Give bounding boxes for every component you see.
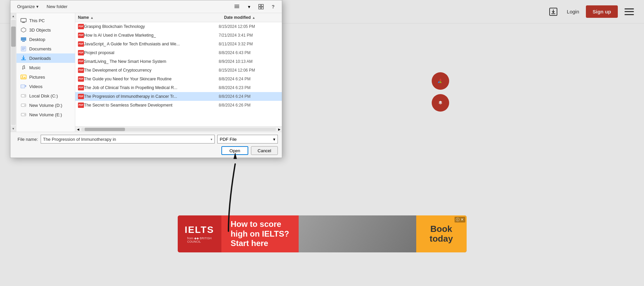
cancel-button[interactable]: Cancel bbox=[251, 146, 278, 155]
file-row[interactable]: PDFThe Secret to Seamless Software Devel… bbox=[75, 101, 282, 110]
file-name: The Job of Clinical Trials in Propelling… bbox=[84, 85, 219, 90]
ad-from-text: from ◆◆ BRITISHCOUNCIL bbox=[187, 237, 212, 243]
sidebar-item-pictures[interactable]: Pictures bbox=[16, 72, 75, 82]
file-date: 8/15/2024 12:05 PM bbox=[219, 24, 279, 29]
sidebar-scroll-area: ▲ ▼ This PC 3D Objects bbox=[10, 13, 75, 132]
file-row[interactable]: PDFProject proposal8/8/2024 6:43 PM bbox=[75, 48, 282, 57]
ad-photo-placeholder bbox=[299, 215, 416, 252]
horizontal-scrollbar: ◀ ▶ bbox=[75, 126, 282, 132]
file-date: 7/21/2024 3:41 PM bbox=[219, 33, 279, 38]
file-row[interactable]: PDFThe Job of Clinical Trials in Propell… bbox=[75, 83, 282, 92]
file-name: Project proposal bbox=[84, 50, 219, 55]
svg-rect-5 bbox=[259, 4, 261, 6]
svg-point-18 bbox=[22, 68, 24, 70]
view-dropdown-icon[interactable]: ▾ bbox=[244, 2, 254, 11]
pdf-icon: PDF bbox=[78, 94, 84, 99]
file-row[interactable]: PDFHow Is AI Used in Creative Marketing_… bbox=[75, 31, 282, 40]
h-scroll-right-arrow[interactable]: ▶ bbox=[276, 127, 282, 132]
sidebar-label-downloads: Downloads bbox=[29, 56, 51, 61]
svg-rect-22 bbox=[21, 85, 25, 88]
pdf-icon: PDF bbox=[78, 50, 84, 55]
file-date: 8/15/2024 12:06 PM bbox=[219, 68, 279, 73]
open-button[interactable]: Open bbox=[221, 146, 248, 155]
view-grid-icon[interactable] bbox=[256, 2, 266, 11]
sidebar-label-music: Music bbox=[29, 65, 41, 70]
ad-brand-section: IELTS from ◆◆ BRITISHCOUNCIL bbox=[178, 215, 221, 252]
svg-rect-9 bbox=[21, 18, 26, 22]
file-date: 8/8/2024 6:43 PM bbox=[219, 50, 279, 55]
col-name-label: Name bbox=[78, 15, 89, 20]
h-scroll-left-arrow[interactable]: ◀ bbox=[75, 127, 81, 132]
svg-point-19 bbox=[24, 68, 25, 69]
pdf-icon: PDF bbox=[78, 76, 84, 82]
filename-input[interactable]: The Progression of Immunotherapy in ▾ bbox=[41, 135, 215, 144]
dialog-body: ▲ ▼ This PC 3D Objects bbox=[10, 13, 282, 132]
scrollbar-thumb[interactable] bbox=[11, 27, 16, 47]
svg-point-31 bbox=[25, 114, 26, 115]
col-header-date[interactable]: Date modified ▲ bbox=[221, 14, 282, 21]
svg-point-21 bbox=[22, 76, 23, 77]
svg-marker-11 bbox=[21, 28, 26, 32]
file-date: 8/8/2024 6:24 PM bbox=[219, 77, 279, 81]
view-list-icon[interactable] bbox=[232, 2, 242, 11]
sidebar-item-3d-objects[interactable]: 3D Objects bbox=[16, 25, 75, 35]
filename-value: The Progression of Immunotherapy in bbox=[43, 137, 211, 142]
sidebar-item-new-volume-e[interactable]: New Volume (E:) bbox=[16, 110, 75, 119]
sidebar-item-desktop[interactable]: Desktop bbox=[16, 35, 75, 44]
sidebar-item-new-volume-d[interactable]: New Volume (D:) bbox=[16, 100, 75, 110]
help-icon[interactable]: ? bbox=[268, 2, 278, 11]
ad-close-button[interactable]: ⓘ ✕ bbox=[455, 217, 465, 222]
sidebar-scrollbar: ▲ ▼ bbox=[10, 13, 16, 132]
file-row[interactable]: PDFJavaScript_ A Guide for Tech Enthusia… bbox=[75, 40, 282, 48]
sidebar-label-new-volume-d: New Volume (D:) bbox=[29, 103, 62, 108]
dialog-sidebar: This PC 3D Objects Desktop Documents bbox=[16, 13, 75, 132]
col-header-name[interactable]: Name ▲ bbox=[75, 14, 221, 21]
file-name: JavaScript_ A Guide for Tech Enthusiasts… bbox=[84, 42, 219, 46]
svg-rect-3 bbox=[234, 6, 239, 7]
svg-rect-7 bbox=[259, 7, 261, 9]
h-scroll-thumb[interactable] bbox=[85, 128, 125, 131]
svg-rect-16 bbox=[22, 48, 25, 49]
sidebar-item-this-pc[interactable]: This PC bbox=[16, 16, 75, 25]
filename-dropdown-arrow: ▾ bbox=[211, 137, 212, 141]
organize-button[interactable]: Organize ▾ bbox=[14, 3, 41, 10]
file-date: 8/8/2024 6:26 PM bbox=[219, 103, 279, 108]
file-name: The Progression of Immunotherapy in Canc… bbox=[84, 94, 219, 99]
sidebar-item-local-disk-c[interactable]: Local Disk (C:) bbox=[16, 91, 75, 100]
filetype-dropdown[interactable]: PDF File ▾ bbox=[217, 135, 278, 144]
file-row[interactable]: PDFGrasping Blockchain Technology8/15/20… bbox=[75, 22, 282, 31]
sidebar-label-pictures: Pictures bbox=[29, 75, 45, 80]
sidebar-item-videos[interactable]: Videos bbox=[16, 82, 75, 91]
file-row[interactable]: PDFThe Guide you Need for Your Skincare … bbox=[75, 75, 282, 83]
pdf-icon: PDF bbox=[78, 85, 84, 90]
sidebar-label-local-disk-c: Local Disk (C:) bbox=[29, 93, 58, 98]
new-folder-button[interactable]: New folder bbox=[44, 3, 70, 10]
file-name: Grasping Blockchain Technology bbox=[84, 24, 219, 29]
svg-rect-8 bbox=[261, 7, 263, 9]
file-list[interactable]: PDFGrasping Blockchain Technology8/15/20… bbox=[75, 22, 282, 126]
sidebar-item-documents[interactable]: Documents bbox=[16, 44, 75, 53]
pdf-icon: PDF bbox=[78, 33, 84, 38]
dialog-main-area: Name ▲ Date modified ▲ PDFGrasping Block… bbox=[75, 13, 282, 132]
file-open-dialog: Organize ▾ New folder ▾ ? ▲ bbox=[10, 0, 282, 158]
organize-dropdown-arrow: ▾ bbox=[36, 4, 39, 9]
scrollbar-up-arrow[interactable]: ▲ bbox=[10, 13, 16, 19]
file-name: The Development of Cryptocurrency bbox=[84, 68, 219, 73]
sidebar-item-music[interactable]: Music bbox=[16, 63, 75, 72]
file-row[interactable]: PDFSmartLiving_ The New Smart Home Syste… bbox=[75, 57, 282, 66]
svg-rect-10 bbox=[22, 22, 25, 23]
file-row[interactable]: PDFThe Progression of Immunotherapy in C… bbox=[75, 92, 282, 101]
file-date: 8/8/2024 6:23 PM bbox=[219, 85, 279, 90]
organize-label: Organize bbox=[17, 4, 35, 9]
ad-brand-name: IELTS bbox=[185, 224, 214, 235]
dialog-buttons-row: Open Cancel bbox=[14, 146, 278, 155]
sidebar-item-downloads[interactable]: Downloads bbox=[16, 53, 75, 63]
file-row[interactable]: PDFThe Development of Cryptocurrency8/15… bbox=[75, 66, 282, 75]
ad-headline: How to scorehigh on IELTS?Start here bbox=[230, 219, 289, 248]
col-date-sort-arrow: ▲ bbox=[252, 16, 255, 19]
ad-cta-text: Booktoday bbox=[430, 224, 453, 243]
scrollbar-down-arrow[interactable]: ▼ bbox=[10, 126, 16, 132]
pdf-icon: PDF bbox=[78, 41, 84, 47]
sidebar-label-this-pc: This PC bbox=[29, 18, 45, 23]
svg-rect-4 bbox=[234, 7, 239, 8]
